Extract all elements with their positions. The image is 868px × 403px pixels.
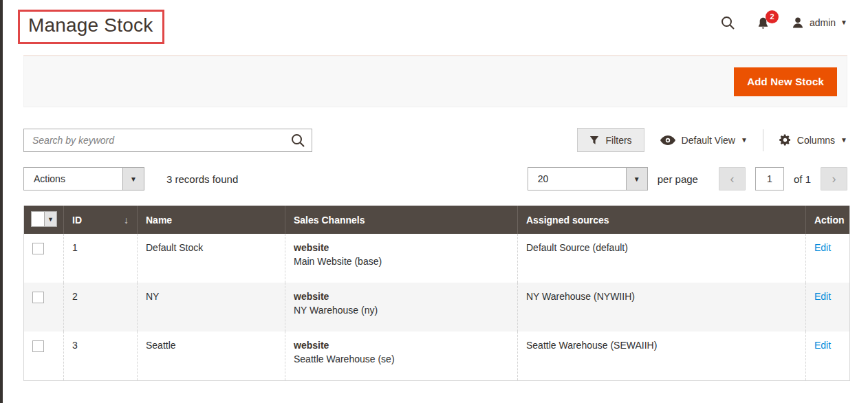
chevron-down-icon: ▼ (840, 137, 847, 144)
row-checkbox[interactable] (32, 292, 44, 303)
cell-id: 3 (64, 331, 138, 380)
channel-type: website (294, 291, 509, 302)
total-pages-label: of 1 (794, 173, 811, 185)
channel-detail: NY Warehouse (ny) (294, 305, 509, 316)
chevron-down-icon: ▼ (626, 168, 647, 190)
header-actions: 2 admin ▼ (720, 15, 847, 30)
cell-name: Default Stock (138, 234, 285, 283)
channel-type: website (294, 340, 509, 351)
keyword-search (23, 129, 312, 152)
filter-funnel-icon (589, 135, 599, 145)
chevron-down-icon: ▼ (741, 137, 748, 144)
default-view-control[interactable]: Default View ▼ (660, 135, 748, 146)
page-header: Manage Stock 2 admin ▼ (3, 0, 868, 55)
gear-icon (779, 133, 792, 146)
edit-link[interactable]: Edit (814, 291, 831, 302)
per-page-value: 20 (528, 168, 626, 190)
cell-assigned-sources: Default Source (default) (518, 234, 806, 283)
default-view-label: Default View (682, 135, 735, 146)
actions-select[interactable]: Actions ▼ (23, 167, 144, 190)
channel-type: website (294, 242, 509, 253)
cell-assigned-sources: Seattle Warehouse (SEWAIIH) (518, 331, 806, 380)
left-edge-strip (0, 0, 3, 403)
keyword-search-icon[interactable] (290, 133, 305, 148)
table-row: 2 NY website NY Warehouse (ny) NY Wareho… (24, 283, 850, 331)
table-header-row: ▼ ID ↓ Name Sales Channels Assigned sour… (24, 206, 850, 234)
previous-page-button[interactable]: ‹ (719, 167, 746, 190)
column-header-sales-channels[interactable]: Sales Channels (285, 206, 518, 234)
page: Manage Stock 2 admin ▼ Add New Stock (3, 0, 868, 381)
filters-button[interactable]: Filters (577, 128, 644, 152)
edit-link[interactable]: Edit (814, 340, 831, 351)
cell-sales-channels: website Seattle Warehouse (se) (285, 331, 518, 380)
channel-detail: Seattle Warehouse (se) (294, 353, 509, 364)
notifications-bell-icon[interactable]: 2 (756, 16, 770, 30)
select-all-checkbox-control[interactable]: ▼ (31, 211, 57, 227)
add-new-stock-button[interactable]: Add New Stock (734, 67, 837, 96)
records-found-text: 3 records found (166, 173, 238, 185)
keyword-search-input[interactable] (23, 129, 312, 152)
sort-descending-icon: ↓ (124, 215, 129, 226)
chevron-down-icon: ▼ (122, 168, 144, 190)
cell-name: NY (138, 283, 285, 331)
row-checkbox[interactable] (32, 340, 44, 352)
title-annotation-box: Manage Stock (18, 10, 164, 44)
notification-badge: 2 (766, 10, 779, 23)
columns-label: Columns (797, 135, 835, 146)
actions-left: Actions ▼ 3 records found (23, 167, 238, 190)
vertical-divider (763, 129, 763, 151)
actions-row: Actions ▼ 3 records found 20 ▼ per page … (23, 167, 847, 190)
table-row: 3 Seattle website Seattle Warehouse (se)… (24, 331, 850, 380)
edit-link[interactable]: Edit (814, 242, 831, 253)
user-avatar-icon (791, 16, 805, 30)
columns-control[interactable]: Columns ▼ (779, 133, 847, 146)
select-all-checkbox[interactable] (32, 212, 45, 226)
next-page-button[interactable]: › (821, 167, 847, 190)
cell-id: 1 (64, 234, 138, 283)
chevron-down-icon: ▼ (45, 212, 56, 226)
user-menu[interactable]: admin ▼ (791, 16, 847, 30)
cell-sales-channels: website NY Warehouse (ny) (285, 283, 518, 331)
filters-label: Filters (605, 135, 631, 146)
toolbar-band: Add New Stock (23, 55, 847, 107)
channel-detail: Main Website (base) (294, 256, 509, 267)
column-header-action: Action (806, 206, 850, 234)
stock-grid-table: ▼ ID ↓ Name Sales Channels Assigned sour… (23, 206, 850, 381)
per-page-label: per page (658, 173, 698, 185)
current-page-input[interactable] (755, 167, 784, 190)
column-header-id[interactable]: ID ↓ (64, 206, 138, 234)
cell-name: Seattle (138, 331, 285, 380)
row-checkbox[interactable] (32, 243, 44, 254)
eye-icon (660, 135, 676, 146)
grid-controls-row: Filters Default View ▼ Columns ▼ (23, 128, 847, 152)
chevron-down-icon: ▼ (840, 19, 847, 26)
column-header-name[interactable]: Name (138, 206, 285, 234)
column-header-assigned-sources[interactable]: Assigned sources (518, 206, 806, 234)
actions-select-value: Actions (24, 168, 122, 190)
grid-view-controls: Filters Default View ▼ Columns ▼ (577, 128, 847, 152)
cell-sales-channels: website Main Website (base) (285, 234, 518, 283)
table-row: 1 Default Stock website Main Website (ba… (24, 234, 850, 283)
user-name: admin (810, 17, 836, 28)
cell-id: 2 (64, 283, 138, 331)
page-title: Manage Stock (28, 14, 153, 36)
search-icon[interactable] (720, 15, 735, 30)
per-page-select[interactable]: 20 ▼ (528, 167, 648, 190)
pagination-group: 20 ▼ per page ‹ of 1 › (528, 167, 847, 190)
cell-assigned-sources: NY Warehouse (NYWIIH) (518, 283, 806, 331)
